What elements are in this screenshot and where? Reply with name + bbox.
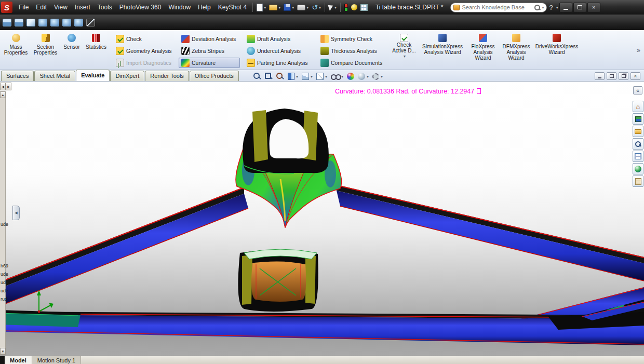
wireframe-view-icon[interactable]	[50, 19, 59, 26]
driveworksxpress-wizard-button[interactable]: DriveWorksXpress Wizard	[533, 31, 581, 69]
tree-item-label[interactable]: h69	[1, 263, 8, 268]
menu-keyshot4[interactable]: KeyShot 4	[214, 0, 250, 15]
zoom-selection-button[interactable]	[276, 73, 284, 80]
menu-photoview360[interactable]: PhotoView 360	[116, 0, 165, 15]
menu-window[interactable]: Window	[165, 0, 194, 15]
lamp-icon	[351, 4, 357, 10]
menu-view[interactable]: View	[50, 0, 71, 15]
edit-appearance-button[interactable]	[347, 73, 354, 80]
parting-line-analysis-button[interactable]: Parting Line Analysis	[244, 58, 314, 68]
sketch-pencil-icon[interactable]	[86, 19, 95, 26]
tile-windows-icon[interactable]	[3, 19, 11, 26]
save-button[interactable]: ▾	[282, 1, 296, 14]
tab-render-tools[interactable]: Render Tools	[145, 71, 189, 81]
sensor-button[interactable]: Sensor	[60, 31, 83, 69]
tree-item-label[interactable]: rud	[1, 296, 7, 302]
perspective-view-icon[interactable]	[62, 19, 71, 26]
mass-properties-button[interactable]: Mass Properties	[1, 31, 31, 69]
shaded-view-icon[interactable]	[38, 19, 47, 26]
search-results-button[interactable]	[633, 138, 643, 150]
import-diagnostics-button[interactable]: Import Diagnostics	[113, 58, 175, 68]
custom-properties-button[interactable]	[633, 176, 643, 187]
deviation-analysis-button[interactable]: Deviation Analysis	[179, 34, 240, 44]
cascade-windows-icon[interactable]	[15, 19, 23, 26]
search-icon[interactable]	[534, 4, 541, 11]
zoom-fit-button[interactable]	[253, 73, 261, 80]
display-style-button[interactable]: ▾	[316, 73, 327, 80]
rebuild-button[interactable]	[343, 1, 350, 14]
undo-button[interactable]: ↺▾	[310, 1, 323, 14]
view-orientation-button[interactable]: ▾	[302, 73, 313, 80]
tab-office-products[interactable]: Office Products	[190, 71, 239, 81]
tab-evaluate[interactable]: Evaluate	[76, 70, 110, 81]
ribbon-overflow-button[interactable]: »	[633, 46, 644, 54]
pane-left-arrow-button[interactable]: ◀	[0, 83, 6, 90]
knowledge-base-search[interactable]: ▾	[450, 3, 547, 12]
floxpress-wizard-button[interactable]: FloXpress Analysis Wizard	[466, 31, 500, 69]
new-document-button[interactable]: ▾	[255, 1, 267, 14]
doc-close-button[interactable]: ×	[630, 72, 640, 80]
close-button[interactable]: ×	[587, 3, 600, 12]
undercut-analysis-button[interactable]: Undercut Analysis	[244, 46, 314, 56]
view-palette-button[interactable]	[633, 151, 643, 162]
tab-sheet-metal[interactable]: Sheet Metal	[34, 71, 75, 81]
tree-item-label[interactable]: ude	[1, 222, 8, 227]
doc-restore-button[interactable]	[607, 72, 616, 80]
menu-edit[interactable]: Edit	[32, 0, 50, 15]
featuremanager-flyout-handle[interactable]: ◀	[12, 206, 20, 220]
geometry-analysis-button[interactable]: Geometry Analysis	[113, 46, 175, 56]
dfmxpress-wizard-button[interactable]: DFMXpress Analysis Wizard	[500, 31, 533, 69]
options-button[interactable]	[350, 1, 359, 14]
motion-study-tab[interactable]: Motion Study 1	[32, 356, 81, 364]
menu-insert[interactable]: Insert	[71, 0, 94, 15]
tree-item-label[interactable]: ude	[1, 288, 8, 293]
maximize-button[interactable]	[573, 3, 586, 12]
check-active-document-button[interactable]: Check Active D... ▾	[390, 31, 419, 69]
search-icon	[635, 141, 641, 147]
print-button[interactable]: ▾	[296, 1, 310, 14]
solidworks-resources-button[interactable]: ⌂	[633, 101, 643, 112]
section-properties-button[interactable]: Section Properties	[31, 31, 60, 69]
view-settings-button[interactable]: ▾	[372, 73, 383, 80]
minimize-button[interactable]	[559, 3, 572, 12]
scroll-down-button[interactable]: ▼	[0, 348, 6, 355]
draft-analysis-button[interactable]: Draft Analysis	[244, 34, 314, 44]
viewport-layout-icon[interactable]	[26, 19, 35, 26]
apply-scene-button[interactable]: ▾	[358, 73, 369, 80]
open-button[interactable]: ▾	[267, 1, 282, 14]
symmetry-check-button[interactable]: Symmetry Check	[318, 34, 390, 44]
help-button[interactable]: ?	[547, 4, 555, 11]
section-view-icon[interactable]	[74, 19, 83, 26]
select-button[interactable]: ▾	[327, 1, 338, 14]
simulationxpress-wizard-button[interactable]: SimulationXpress Analysis Wizard	[419, 31, 466, 69]
menu-tools[interactable]: Tools	[94, 0, 116, 15]
tree-item-label[interactable]: ude	[1, 272, 8, 277]
pane-right-arrow-button[interactable]: ▶	[6, 83, 11, 90]
thickness-analysis-button[interactable]: Thickness Analysis	[318, 46, 390, 56]
doc-minimize-button[interactable]	[595, 72, 605, 80]
curvature-button[interactable]: Curvature	[179, 58, 240, 68]
hide-show-items-button[interactable]: ▾	[331, 74, 343, 79]
zoom-area-button[interactable]	[265, 73, 273, 80]
statistics-button[interactable]: Statistics	[83, 31, 109, 69]
menu-file[interactable]: File	[15, 0, 32, 15]
tree-item-label[interactable]: ude	[1, 280, 8, 285]
search-input[interactable]	[462, 4, 534, 10]
appearances-scenes-button[interactable]	[633, 163, 643, 174]
file-explorer-button[interactable]	[633, 126, 643, 137]
tab-dimxpert[interactable]: DimXpert	[110, 71, 144, 81]
section-view-button[interactable]: ▾	[288, 73, 298, 80]
menu-help[interactable]: Help	[194, 0, 214, 15]
zoom-area-icon	[265, 73, 273, 80]
doc-cascade-button[interactable]	[619, 72, 628, 80]
check-button[interactable]: Check	[113, 34, 175, 44]
design-library-button[interactable]	[633, 113, 643, 125]
zebra-stripes-button[interactable]: Zebra Stripes	[179, 46, 240, 56]
compare-documents-button[interactable]: Compare Documents	[318, 58, 390, 68]
taskpane-collapse-button[interactable]: «	[633, 86, 642, 95]
tab-surfaces[interactable]: Surfaces	[1, 71, 34, 81]
sheet-button[interactable]	[359, 1, 369, 14]
scroll-up-button[interactable]: ▲	[0, 91, 6, 98]
graphics-area[interactable]	[0, 82, 644, 356]
model-tab[interactable]: Model	[5, 356, 32, 364]
